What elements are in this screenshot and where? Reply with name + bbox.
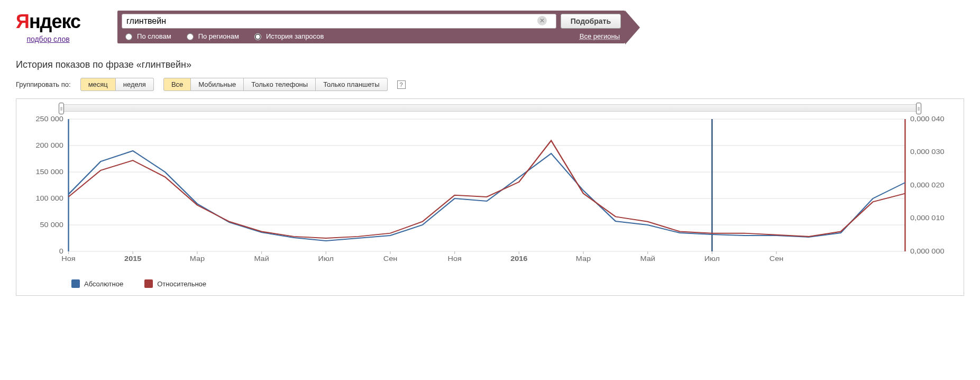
device-segmented: Все Мобильные Только телефоны Только пла…: [163, 78, 388, 91]
device-mobile-button[interactable]: Мобильные: [191, 78, 244, 91]
search-input[interactable]: [122, 14, 556, 29]
radio-label: По словам: [137, 32, 171, 40]
all-regions-link[interactable]: Все регионы: [580, 32, 620, 40]
svg-text:Мар: Мар: [190, 255, 205, 263]
radio-by-regions[interactable]: По регионам: [184, 32, 239, 40]
legend-swatch-icon: [71, 279, 80, 288]
radio-label: По регионам: [198, 32, 239, 40]
group-by-segmented: месяц неделя: [80, 78, 154, 91]
svg-text:0,000 020: 0,000 020: [910, 182, 944, 189]
search-bar: ✕ Подобрать По словам По регионам Истори…: [117, 11, 625, 43]
device-tablets-button[interactable]: Только планшеты: [316, 78, 387, 91]
navigator-handle-left[interactable]: ||: [59, 103, 64, 114]
svg-text:Ноя: Ноя: [447, 255, 461, 263]
svg-text:Сен: Сен: [770, 255, 784, 263]
svg-text:Сен: Сен: [383, 255, 398, 263]
logo-red: Я: [16, 11, 29, 32]
svg-text:250 000: 250 000: [36, 115, 63, 123]
group-by-month-button[interactable]: месяц: [80, 78, 116, 91]
logo[interactable]: Яндекс: [16, 11, 80, 33]
svg-text:150 000: 150 000: [36, 168, 63, 176]
search-submit-button[interactable]: Подобрать: [561, 14, 621, 29]
svg-text:0,000 000: 0,000 000: [910, 248, 944, 255]
svg-text:Мар: Мар: [576, 255, 591, 263]
legend-label: Относительное: [157, 280, 206, 288]
keyword-tool-link[interactable]: подбор слов: [16, 35, 80, 43]
chart-plot[interactable]: 050 000100 000150 000200 000250 0000,000…: [24, 114, 956, 273]
svg-text:Май: Май: [254, 255, 269, 263]
svg-text:0,000 030: 0,000 030: [910, 149, 944, 156]
radio-history[interactable]: История запросов: [252, 32, 324, 40]
radio-label: История запросов: [266, 32, 324, 40]
svg-text:200 000: 200 000: [36, 142, 63, 149]
svg-text:Июл: Июл: [318, 255, 334, 263]
legend: Абсолютное Относительное: [24, 274, 956, 288]
radio-by-words[interactable]: По словам: [123, 32, 171, 40]
svg-text:Май: Май: [640, 255, 655, 263]
group-by-week-button[interactable]: неделя: [116, 78, 154, 91]
svg-text:100 000: 100 000: [36, 195, 63, 202]
logo-black: ндекс: [29, 11, 80, 32]
legend-label: Абсолютное: [84, 280, 123, 288]
device-all-button[interactable]: Все: [163, 78, 191, 91]
chart-navigator[interactable]: || ||: [61, 104, 919, 112]
clear-icon[interactable]: ✕: [537, 16, 547, 25]
page-title: История показов по фразе «глинтвейн»: [16, 59, 964, 70]
group-by-label: Группировать по:: [16, 80, 71, 88]
chart-card: || || 050 000100 000150 000200 000250 00…: [16, 98, 964, 296]
legend-item-relative[interactable]: Относительное: [144, 279, 206, 288]
svg-text:2015: 2015: [124, 255, 142, 263]
svg-text:Ноя: Ноя: [61, 255, 75, 263]
legend-swatch-icon: [144, 279, 153, 288]
navigator-handle-right[interactable]: ||: [916, 103, 921, 114]
toolbar: Группировать по: месяц неделя Все Мобиль…: [16, 78, 964, 91]
svg-text:50 000: 50 000: [40, 221, 63, 229]
device-phones-button[interactable]: Только телефоны: [244, 78, 316, 91]
svg-text:0,000 040: 0,000 040: [910, 115, 944, 123]
help-icon[interactable]: ?: [397, 80, 406, 89]
legend-item-absolute[interactable]: Абсолютное: [71, 279, 123, 288]
logo-block: Яндекс подбор слов: [16, 11, 80, 43]
svg-text:2016: 2016: [510, 255, 527, 263]
svg-text:Июл: Июл: [704, 255, 720, 263]
svg-text:0: 0: [59, 248, 63, 255]
svg-text:0,000 010: 0,000 010: [910, 215, 944, 222]
